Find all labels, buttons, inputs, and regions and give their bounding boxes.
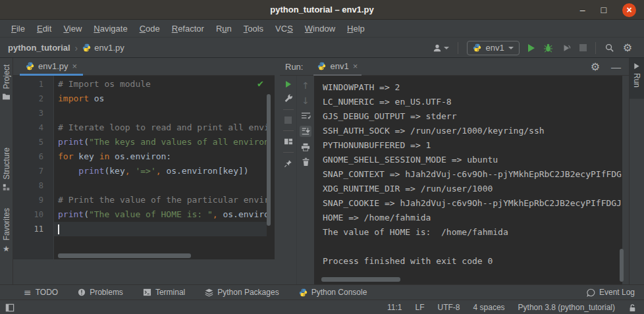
run-settings-gear-icon[interactable]: ⚙: [591, 62, 600, 72]
rerun-button[interactable]: [286, 81, 291, 88]
main-area: Project Structure Favorites ★: [0, 58, 644, 284]
user-icon[interactable]: [433, 43, 449, 53]
navigation-bar: python_tutorial › env1.py env1: [0, 38, 644, 58]
star-icon: ★: [3, 244, 10, 253]
code-line: # Iterate loop to read and print all env…: [54, 120, 267, 135]
toolwindow-switcher-icon[interactable]: [5, 300, 14, 314]
menu-item-refactor[interactable]: Refactor: [166, 21, 210, 36]
print-icon[interactable]: [301, 143, 310, 151]
menu-item-vcs[interactable]: VCS: [269, 21, 299, 36]
menu-item-code[interactable]: Code: [134, 21, 166, 36]
trash-icon[interactable]: [302, 157, 310, 167]
settings-gear-icon[interactable]: ⚙: [623, 43, 632, 53]
run-console-output[interactable]: WINDOWPATH => 2LC_NUMERIC => en_US.UTF-8…: [314, 76, 622, 284]
title-bar: python_tutorial – env1.py – □ ×: [0, 0, 644, 20]
editor-column: env1.py × 1234567891011 # Import os modu…: [13, 58, 275, 284]
close-tab-icon[interactable]: ×: [353, 61, 358, 71]
structure-icon: [3, 184, 10, 191]
caret-position[interactable]: 11:1: [387, 303, 402, 312]
run-toolbar-secondary: ↑ ↓: [297, 76, 314, 284]
toolbar-divider: [595, 42, 596, 54]
event-log-button[interactable]: Event Log: [587, 288, 635, 297]
event-log-balloon-icon: [587, 288, 595, 297]
menu-item-view[interactable]: View: [57, 21, 88, 36]
toolwindow-terminal[interactable]: Terminal: [143, 288, 185, 297]
breadcrumb-file[interactable]: env1.py: [94, 43, 124, 53]
menu-bar: FileEditViewNavigateCodeRefactorRunTools…: [0, 20, 644, 38]
debug-bug-icon[interactable]: [543, 43, 553, 53]
problems-icon: [78, 288, 86, 296]
console-line: XDG_RUNTIME_DIR => /run/user/1000: [323, 182, 622, 196]
play-icon: [633, 63, 640, 70]
python-icon: [317, 62, 326, 70]
editor-vertical-scrollbar-thumb[interactable]: [267, 94, 271, 226]
status-bar: 11:1 LF UTF-8 4 spaces Python 3.8 (pytho…: [0, 300, 644, 314]
console-line: HOME => /home/fahmida: [323, 211, 622, 225]
run-configuration-select[interactable]: env1: [467, 41, 519, 55]
run-panel-title: Run:: [285, 62, 303, 72]
breadcrumb-project[interactable]: python_tutorial: [8, 43, 70, 53]
sidebar-tab-project[interactable]: Project: [2, 65, 11, 100]
hide-panel-icon[interactable]: —: [611, 61, 621, 72]
window-title: python_tutorial – env1.py: [0, 0, 644, 20]
inspection-ok-check-icon[interactable]: ✔: [257, 79, 264, 89]
soft-wrap-icon[interactable]: [301, 111, 311, 120]
profiler-icon[interactable]: [562, 43, 571, 53]
console-horizontal-scrollbar-thumb[interactable]: [321, 277, 400, 282]
lock-icon[interactable]: [628, 303, 636, 312]
file-encoding[interactable]: UTF-8: [438, 303, 460, 312]
console-line: Process finished with exit code 0: [323, 254, 622, 269]
toolwindow-python-console[interactable]: Python Console: [299, 288, 367, 297]
sidebar-tab-run[interactable]: Run: [630, 58, 644, 99]
line-ending[interactable]: LF: [416, 303, 425, 312]
folder-icon: [2, 93, 11, 100]
wrench-icon[interactable]: [284, 93, 293, 103]
run-tab-env1[interactable]: env1 ×: [313, 58, 362, 76]
editor-horizontal-scrollbar-thumb[interactable]: [58, 253, 191, 258]
right-tool-strip: Run: [629, 58, 644, 284]
stop-button-disabled[interactable]: [284, 117, 292, 124]
toolwindow-problems[interactable]: Problems: [78, 288, 123, 297]
sidebar-tab-favorites[interactable]: Favorites ★: [2, 208, 11, 253]
restore-layout-icon[interactable]: [284, 138, 293, 145]
menu-item-file[interactable]: File: [5, 21, 31, 36]
close-button[interactable]: ×: [622, 3, 636, 17]
up-arrow-icon[interactable]: ↑: [302, 81, 309, 90]
scroll-to-end-icon[interactable]: [300, 126, 311, 137]
menu-item-run[interactable]: Run: [210, 21, 238, 36]
toolwindow-python-packages[interactable]: Python Packages: [205, 288, 279, 297]
code-line: [54, 222, 267, 236]
pin-icon[interactable]: [284, 159, 292, 168]
toolwindow-todo[interactable]: ≡ TODO: [24, 288, 58, 297]
menu-item-help[interactable]: Help: [341, 21, 371, 36]
maximize-button[interactable]: □: [601, 5, 606, 14]
stop-button[interactable]: [579, 44, 587, 51]
close-tab-icon[interactable]: ×: [72, 61, 78, 71]
line-number: 4: [13, 120, 43, 135]
run-panel-header: Run: env1 × ⚙ —: [280, 58, 629, 76]
text-cursor: [58, 224, 59, 234]
toolbar-divider: [458, 42, 458, 54]
menu-item-edit[interactable]: Edit: [31, 21, 57, 36]
menu-item-tools[interactable]: Tools: [238, 21, 269, 36]
editor-tab-env1[interactable]: env1.py ×: [20, 58, 83, 76]
python-interpreter[interactable]: Python 3.8 (python_tutorial): [518, 303, 615, 312]
run-button[interactable]: [528, 44, 535, 52]
minimize-button[interactable]: –: [580, 5, 585, 14]
editor-gutter[interactable]: 1234567891011: [13, 76, 54, 259]
menu-item-window[interactable]: Window: [299, 21, 341, 36]
console-vertical-scrollbar-thumb[interactable]: [620, 249, 624, 282]
console-line: The value of HOME is: /home/fahmida: [323, 225, 622, 240]
packages-layers-icon: [205, 288, 213, 297]
sidebar-tab-structure[interactable]: Structure: [2, 147, 11, 191]
editor-tab-bar: env1.py ×: [13, 58, 275, 76]
search-icon[interactable]: [604, 43, 614, 53]
indent-setting[interactable]: 4 spaces: [473, 303, 505, 312]
down-arrow-icon[interactable]: ↓: [302, 96, 309, 105]
code-line: for key in os.environ:: [54, 149, 267, 164]
code-area[interactable]: # Import os moduleimport os # Iterate lo…: [54, 76, 267, 259]
code-editor[interactable]: 1234567891011 # Import os moduleimport o…: [13, 76, 275, 259]
python-icon: [473, 43, 481, 52]
terminal-icon: [143, 288, 151, 296]
menu-item-navigate[interactable]: Navigate: [88, 21, 133, 36]
